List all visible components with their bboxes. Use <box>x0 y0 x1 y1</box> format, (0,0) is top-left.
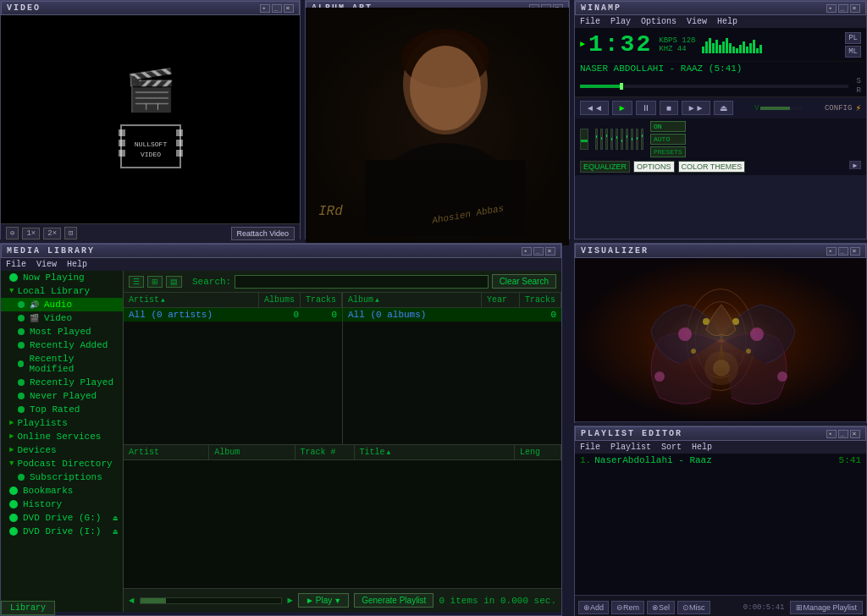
eq-preamp-slider[interactable] <box>580 129 588 150</box>
volume-control[interactable]: V <box>754 104 803 113</box>
reattach-video-btn[interactable]: Reattach Video <box>231 227 295 240</box>
eq-color-themes-btn[interactable]: COLOR THEMES <box>678 161 746 173</box>
viz-close-btn[interactable]: × <box>850 247 860 256</box>
sidebar-item-history[interactable]: History <box>1 498 123 511</box>
pe-menu-sort[interactable]: Sort <box>661 443 682 452</box>
eq-band-slider[interactable] <box>600 129 603 150</box>
eq-band-slider[interactable] <box>595 129 598 150</box>
tracks-col-header[interactable]: Tracks <box>301 293 342 307</box>
preamp-track[interactable] <box>580 129 588 150</box>
zoom-1x-btn[interactable]: 1× <box>22 228 40 239</box>
play-dropdown-arrow[interactable]: ▼ <box>334 597 341 605</box>
pe-menu-playlist[interactable]: Playlist <box>610 443 651 452</box>
track-len-col[interactable]: Leng <box>515 445 561 459</box>
winamp-close-btn[interactable]: × <box>850 4 860 13</box>
albums-col-header[interactable]: Albums <box>259 293 301 307</box>
fullscreen-btn[interactable]: ⊡ <box>64 227 77 239</box>
sidebar-item-recently-added[interactable]: Recently Added <box>1 338 123 352</box>
search-input[interactable] <box>235 275 488 289</box>
preamp-handle[interactable] <box>581 140 588 142</box>
pe-shade-btn[interactable]: ▪ <box>826 430 837 438</box>
volume-slider-track[interactable] <box>760 107 803 110</box>
sidebar-item-subscriptions[interactable]: Subscriptions <box>1 470 123 484</box>
album-col-header[interactable]: Album ▲ <box>343 293 482 307</box>
ml-scroll-left-btn[interactable]: ◄ <box>129 596 135 606</box>
eq-expand-btn[interactable]: ▶ <box>849 161 861 173</box>
play-btn[interactable]: ► <box>612 101 632 115</box>
open-btn[interactable]: ⏏ <box>714 101 733 115</box>
viz-min-btn[interactable]: _ <box>838 247 848 256</box>
eq-equalizer-btn[interactable]: EQUALIZER <box>580 161 630 173</box>
video-close-btn[interactable]: × <box>284 4 294 13</box>
play-btn-ml[interactable]: ► Play ▼ <box>298 593 349 608</box>
winamp-min-btn[interactable]: _ <box>838 4 848 13</box>
sidebar-item-recently-modified[interactable]: Recently Modified <box>1 352 123 376</box>
video-min-btn[interactable]: _ <box>272 4 282 13</box>
artist-table-row[interactable]: All (0 artists) 0 0 <box>124 308 342 322</box>
shuffle-btn[interactable]: S <box>857 77 861 85</box>
progress-bar[interactable] <box>580 85 848 88</box>
track-album-col[interactable]: Album <box>209 445 295 459</box>
pause-btn[interactable]: ⏸ <box>636 101 656 115</box>
winamp-menu-play[interactable]: Play <box>610 17 631 26</box>
pe-menu-file[interactable]: File <box>580 443 600 452</box>
album-tracks-col-header[interactable]: Tracks <box>520 293 561 307</box>
progress-handle[interactable] <box>620 83 623 90</box>
winamp-progress[interactable]: S R <box>575 75 866 96</box>
eq-presets-btn[interactable]: PRESETS <box>650 146 686 157</box>
sidebar-item-top-rated[interactable]: Top Rated <box>1 403 123 416</box>
album-table-row[interactable]: All (0 albums) 0 <box>343 308 561 322</box>
pe-min-btn[interactable]: _ <box>838 430 848 438</box>
sidebar-item-most-played[interactable]: Most Played <box>1 325 123 338</box>
pe-rem-btn[interactable]: ⊖Rem <box>611 601 644 614</box>
ml-btn[interactable]: ML <box>845 46 861 58</box>
repeat-btn[interactable]: R <box>857 86 861 95</box>
sidebar-item-dvd-i[interactable]: DVD Drive (I:) ⏏ <box>1 525 123 538</box>
view-btn-2[interactable]: ⊞ <box>147 276 163 288</box>
eq-band-slider[interactable] <box>610 129 613 150</box>
winamp-menu-view[interactable]: View <box>687 17 707 26</box>
video-shade-btn[interactable]: ▪ <box>260 4 270 13</box>
winamp-menu-help[interactable]: Help <box>717 17 737 26</box>
winamp-shade-btn[interactable]: ▪ <box>826 4 837 13</box>
eq-options-btn[interactable]: OPTIONS <box>633 161 675 173</box>
ml-close-btn[interactable]: × <box>545 247 555 256</box>
sidebar-item-bookmarks[interactable]: Bookmarks <box>1 484 123 498</box>
pe-track-row[interactable]: 1. NaserAbdollahi - Raaz 5:41 <box>575 454 866 467</box>
view-btn-1[interactable]: ☰ <box>129 276 144 288</box>
ml-horizontal-scroll[interactable] <box>140 597 283 604</box>
pl-btn[interactable]: PL <box>845 32 861 44</box>
eject-i-icon[interactable]: ⏏ <box>113 527 118 536</box>
sidebar-item-now-playing[interactable]: Now Playing <box>1 271 123 284</box>
sidebar-item-local-library[interactable]: ▼ Local Library <box>1 284 123 298</box>
track-title-col[interactable]: Title ▲ <box>355 445 516 459</box>
sidebar-item-devices[interactable]: ► Devices <box>1 443 123 457</box>
ml-shade-btn[interactable]: ▪ <box>522 247 532 256</box>
prev-btn[interactable]: ◄◄ <box>580 101 609 115</box>
zoom-out-btn[interactable]: ⊖ <box>6 227 19 239</box>
sidebar-item-audio[interactable]: 🔊 Audio <box>1 298 123 311</box>
eq-band-slider[interactable] <box>636 129 638 150</box>
clear-search-btn[interactable]: Clear Search <box>492 274 556 289</box>
eq-band-slider[interactable] <box>616 129 618 150</box>
ml-menu-view[interactable]: View <box>36 260 57 269</box>
config-label[interactable]: CONFIG <box>825 104 852 113</box>
sidebar-item-dvd-g[interactable]: DVD Drive (G:) ⏏ <box>1 511 123 525</box>
next-btn[interactable]: ►► <box>682 101 710 115</box>
winamp-menu-options[interactable]: Options <box>641 17 676 26</box>
eq-band-slider[interactable] <box>605 129 608 150</box>
view-btn-3[interactable]: ▤ <box>166 276 182 288</box>
pe-close-btn[interactable]: × <box>850 430 860 438</box>
eq-band-slider[interactable] <box>631 129 633 150</box>
ml-menu-file[interactable]: File <box>6 260 26 269</box>
ml-scroll-right-btn[interactable]: ► <box>287 596 293 606</box>
sidebar-item-podcast-directory[interactable]: ▼ Podcast Directory <box>1 457 123 470</box>
sidebar-item-video[interactable]: 🎬 Video <box>1 311 123 325</box>
artist-col-header[interactable]: Artist ▲ <box>124 293 259 307</box>
sidebar-item-playlists[interactable]: ► Playlists <box>1 416 123 430</box>
pe-sel-btn[interactable]: ⊗Sel <box>647 601 675 614</box>
year-col-header[interactable]: Year <box>482 293 520 307</box>
zoom-2x-btn[interactable]: 2× <box>43 228 61 239</box>
manage-playlist-btn[interactable]: ⊞Manage Playlist <box>790 601 863 614</box>
library-tab[interactable]: Library <box>1 601 55 615</box>
